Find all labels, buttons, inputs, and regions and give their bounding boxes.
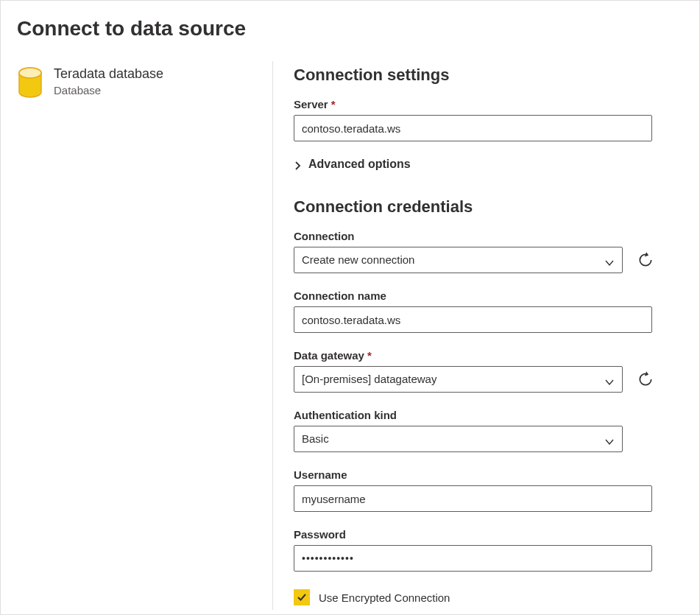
settings-form: Connection settings Server * Advanced op… xyxy=(273,61,683,610)
server-input[interactable] xyxy=(294,115,652,141)
auth-kind-value: Basic xyxy=(302,429,329,449)
chevron-right-icon xyxy=(294,160,303,169)
connection-credentials-heading: Connection credentials xyxy=(294,197,676,217)
source-item[interactable]: Teradata database Database xyxy=(17,66,265,99)
auth-kind-select[interactable]: Basic xyxy=(294,426,623,452)
encrypted-label: Use Encrypted Connection xyxy=(319,591,450,604)
source-sidebar: Teradata database Database xyxy=(17,61,273,610)
database-icon xyxy=(17,67,43,99)
connection-name-label: Connection name xyxy=(294,289,386,302)
connection-value: Create new connection xyxy=(302,250,414,270)
svg-point-1 xyxy=(19,68,41,78)
connection-name-input[interactable] xyxy=(294,306,652,333)
password-input[interactable]: •••••••••••• xyxy=(294,545,652,572)
advanced-options-toggle[interactable]: Advanced options xyxy=(294,158,676,171)
username-input[interactable] xyxy=(294,485,652,512)
chevron-down-icon xyxy=(604,374,615,384)
username-label: Username xyxy=(294,468,347,481)
refresh-connection-button[interactable] xyxy=(636,250,655,270)
connect-data-source-panel: Connect to data source Teradata database… xyxy=(0,0,700,615)
server-label: Server xyxy=(294,98,328,110)
connection-select[interactable]: Create new connection xyxy=(294,247,623,273)
gateway-select[interactable]: [On-premises] datagateway xyxy=(294,366,623,393)
chevron-down-icon xyxy=(604,434,615,444)
refresh-gateway-button[interactable] xyxy=(636,370,655,389)
required-star: * xyxy=(367,349,372,362)
refresh-icon xyxy=(637,252,654,268)
advanced-options-label: Advanced options xyxy=(308,158,411,171)
source-subtitle: Database xyxy=(54,84,163,96)
connection-settings-heading: Connection settings xyxy=(294,66,676,85)
auth-kind-label: Authentication kind xyxy=(294,409,397,421)
gateway-value: [On-premises] datagateway xyxy=(302,370,436,389)
source-title: Teradata database xyxy=(54,66,163,82)
connection-label: Connection xyxy=(294,230,355,242)
chevron-down-icon xyxy=(604,255,615,265)
encrypted-checkbox[interactable] xyxy=(294,589,310,605)
refresh-icon xyxy=(637,371,654,387)
gateway-label: Data gateway xyxy=(294,349,364,362)
required-star: * xyxy=(331,98,336,110)
password-label: Password xyxy=(294,528,346,541)
check-icon xyxy=(297,592,307,602)
page-title: Connect to data source xyxy=(17,17,683,41)
